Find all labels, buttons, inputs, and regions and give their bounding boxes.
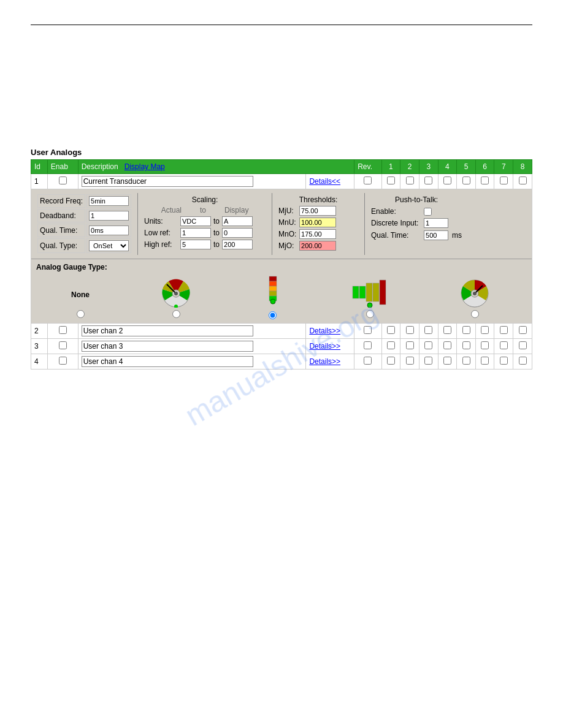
row4-ch2[interactable] (406, 357, 414, 365)
row3-ch6[interactable] (481, 341, 489, 349)
expanded-grid: Record Freq: Deadband: (36, 193, 527, 255)
row2-description-input[interactable] (82, 325, 253, 336)
gauge-radio-2[interactable] (269, 311, 277, 319)
row1-details-link[interactable]: Details<< (309, 177, 340, 186)
row1-ch8[interactable] (519, 176, 527, 184)
svg-point-11 (270, 299, 275, 304)
row3-ch1[interactable] (387, 341, 395, 349)
row2-ch7[interactable] (500, 326, 508, 334)
row4-ch5[interactable] (462, 357, 470, 365)
gauge-3 (351, 277, 388, 318)
mju-input[interactable] (299, 206, 336, 216)
svg-rect-15 (373, 283, 379, 301)
units-actual-input[interactable] (180, 216, 211, 226)
low-ref-actual-input[interactable] (180, 228, 211, 238)
svg-rect-9 (269, 291, 277, 296)
row4-ch4[interactable] (443, 357, 451, 365)
row3-ch8[interactable] (519, 341, 527, 349)
row3-ch3[interactable] (424, 341, 432, 349)
row4-details-link[interactable]: Details>> (309, 357, 340, 366)
row3-ch7[interactable] (500, 341, 508, 349)
row1-col5 (457, 174, 476, 189)
mnu-input[interactable] (299, 218, 336, 227)
row1-rev-cell (354, 174, 381, 189)
high-ref-actual-input[interactable] (180, 240, 211, 249)
row1-ch3[interactable] (424, 176, 432, 184)
qual-time-input[interactable] (89, 226, 129, 235)
row3-ch2[interactable] (406, 341, 414, 349)
row1-expanded-content: Record Freq: Deadband: (31, 189, 532, 259)
qual-type-select[interactable]: OnSet OffSet Both (89, 240, 129, 251)
table-header-row: Id Enab Description Display Map Rev. 1 2… (31, 160, 532, 174)
row4-ch7[interactable] (500, 357, 508, 365)
scaling-display-label: Display (224, 206, 248, 214)
row2-rev-checkbox[interactable] (364, 326, 372, 334)
svg-rect-12 (353, 286, 359, 298)
row2-ch4[interactable] (443, 326, 451, 334)
row3-enable-checkbox[interactable] (59, 341, 67, 349)
row1-details-cell: Details<< (306, 174, 354, 189)
row4-enable-checkbox[interactable] (59, 357, 67, 365)
left-panel: Record Freq: Deadband: (36, 193, 137, 255)
col-5: 5 (457, 160, 476, 174)
low-ref-display-input[interactable] (222, 228, 253, 238)
col-enab: Enab (47, 160, 78, 174)
row2-details-link[interactable]: Details>> (309, 327, 340, 335)
gauge-2 (263, 275, 282, 319)
row1-ch7[interactable] (500, 176, 508, 184)
display-map-link[interactable]: Display Map (124, 162, 165, 171)
description-label: Description (82, 162, 118, 171)
row4-ch6[interactable] (481, 357, 489, 365)
mno-input[interactable] (299, 229, 336, 239)
gauge-radio-1[interactable] (172, 310, 180, 318)
qual-type-value-cell: OnSet OffSet Both (86, 238, 131, 253)
units-display-input[interactable] (222, 216, 253, 226)
high-ref-display-input[interactable] (222, 240, 253, 249)
qual-time-label: Qual. Time: (37, 224, 85, 237)
row1-rev-checkbox[interactable] (364, 176, 372, 184)
row2-ch6[interactable] (481, 326, 489, 334)
scaling-title: Scaling: (144, 195, 266, 204)
row2-ch5[interactable] (462, 326, 470, 334)
gauge-radio-3[interactable] (366, 310, 374, 318)
ptt-title: Push-to-Talk: (371, 195, 462, 204)
row1-ch2[interactable] (406, 176, 414, 184)
row1-ch1[interactable] (387, 176, 395, 184)
row2-ch2[interactable] (406, 326, 414, 334)
row4-ch1[interactable] (387, 357, 395, 365)
ptt-qual-time-input[interactable] (424, 230, 448, 240)
deadband-input[interactable] (89, 211, 129, 221)
row3-ch5[interactable] (462, 341, 470, 349)
row4-ch8[interactable] (519, 357, 527, 365)
row1-ch4[interactable] (443, 176, 451, 184)
row2-details-cell: Details>> (306, 324, 354, 339)
row4-rev-checkbox[interactable] (364, 357, 372, 365)
row1-enable-checkbox[interactable] (59, 176, 67, 184)
high-ref-label: High ref: (144, 240, 178, 249)
row2-enable-checkbox[interactable] (59, 326, 67, 334)
row3-description-input[interactable] (82, 341, 253, 352)
row4-description-input[interactable] (82, 356, 253, 367)
row1-ch5[interactable] (462, 176, 470, 184)
row2-ch1[interactable] (387, 326, 395, 334)
mjo-input[interactable] (299, 241, 336, 251)
row3-rev-checkbox[interactable] (364, 341, 372, 349)
ptt-discrete-input[interactable] (424, 218, 448, 228)
row4-ch3[interactable] (424, 357, 432, 365)
ptt-qual-time-row: Qual. Time: ms (371, 230, 462, 240)
scaling-to-label: to (200, 206, 206, 214)
row3-ch4[interactable] (443, 341, 451, 349)
ptt-enable-checkbox[interactable] (424, 208, 432, 216)
ptt-qual-time-label: Qual. Time: (371, 231, 420, 240)
row2-id: 2 (31, 324, 48, 339)
row1-ch6[interactable] (481, 176, 489, 184)
gauge-radio-none[interactable] (77, 310, 85, 318)
gauge-1 (159, 277, 193, 318)
mju-row: MjU: (278, 206, 358, 216)
row2-ch8[interactable] (519, 326, 527, 334)
row1-description-input[interactable] (82, 176, 253, 187)
row2-ch3[interactable] (424, 326, 432, 334)
gauge-radio-4[interactable] (471, 310, 479, 318)
record-freq-input[interactable] (89, 196, 129, 206)
row3-details-link[interactable]: Details>> (309, 342, 340, 351)
